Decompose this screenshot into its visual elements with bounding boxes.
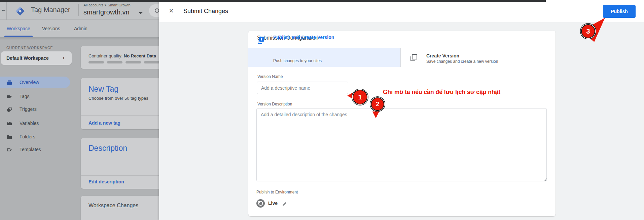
publish-environment-label: Publish to Environment xyxy=(256,190,298,194)
background-page: ← Tag Manager All accounts > Smart Growt… xyxy=(0,0,159,220)
workspace-changes-title: Workspace Changes xyxy=(88,203,138,209)
breadcrumb[interactable]: All accounts > Smart Growth xyxy=(83,3,131,7)
submission-configuration-card: Submission Configuration Publish and Cre… xyxy=(248,31,556,216)
environment-name: Live xyxy=(268,201,278,206)
app-title: Tag Manager xyxy=(31,6,70,14)
resize-grip-icon[interactable] xyxy=(543,177,547,181)
annotation-arrow-down xyxy=(372,112,379,118)
divider xyxy=(78,4,79,16)
version-name-label: Version Name xyxy=(257,74,283,79)
sidebar-item-variables[interactable]: Variables xyxy=(20,121,39,126)
variables-icon xyxy=(6,121,12,127)
quality-meter-segment xyxy=(88,61,104,63)
publish-upload-icon xyxy=(257,36,265,44)
tab-publish-and-create-version[interactable] xyxy=(248,48,401,67)
sidebar-item-tags[interactable]: Tags xyxy=(20,94,30,99)
tab-publish-subtitle: Push changes to your sites xyxy=(273,58,322,63)
tab-create-version[interactable] xyxy=(401,48,556,67)
tab-admin[interactable]: Admin xyxy=(74,26,87,31)
quality-meter-segment xyxy=(144,61,159,63)
tab-version-title: Create Version xyxy=(426,53,459,58)
version-description-label: Version Description xyxy=(257,102,292,106)
tab-publish-title: Publish and Create Version xyxy=(273,35,334,40)
add-new-tag-link[interactable]: Add a new tag xyxy=(88,120,120,126)
back-arrow-icon[interactable]: ← xyxy=(1,6,6,13)
edit-pencil-icon[interactable] xyxy=(282,201,287,207)
edit-description-link[interactable]: Edit description xyxy=(88,179,124,184)
folders-icon xyxy=(6,134,12,140)
templates-icon xyxy=(6,147,12,153)
container-quality-text: Container quality: No Recent Data xyxy=(88,53,156,58)
window-top-edge xyxy=(0,0,546,2)
tab-version-subtitle: Save changes and create a new version xyxy=(426,59,498,64)
quality-meter-segment xyxy=(107,61,122,63)
copy-version-icon xyxy=(409,53,418,62)
version-description-textarea[interactable] xyxy=(256,108,547,181)
submit-changes-dialog: × Submit Changes Publish Submission Conf… xyxy=(159,0,644,220)
overview-icon xyxy=(6,80,12,86)
annotation-note: Ghi mô tả nếu cần để lưu lịch sử cập nhậ… xyxy=(383,89,500,96)
description-title: Description xyxy=(88,144,127,153)
screen: ← Tag Manager All accounts > Smart Growt… xyxy=(0,0,644,220)
annotation-step-3: 3 xyxy=(581,24,595,38)
sidebar-item-overview-label: Overview xyxy=(20,80,39,85)
live-environment-icon xyxy=(256,199,265,208)
annotation-step-2: 2 xyxy=(371,97,384,111)
divider xyxy=(81,115,159,116)
chevron-down-icon[interactable] xyxy=(139,12,143,14)
quality-meter-segment xyxy=(126,61,141,63)
tags-icon xyxy=(6,94,12,100)
current-workspace-label: CURRENT WORKSPACE xyxy=(6,46,53,50)
container-quality-value: No Recent Data xyxy=(124,53,156,58)
triggers-icon xyxy=(6,106,12,113)
sidebar-item-templates[interactable]: Templates xyxy=(20,147,41,152)
submission-type-tabs xyxy=(248,48,556,67)
dialog-title: Submit Changes xyxy=(183,8,228,15)
annotation-arrow-left xyxy=(347,93,353,99)
tag-manager-logo-icon xyxy=(15,6,25,16)
annotation-step-1: 1 xyxy=(353,90,367,104)
container-quality-label: Container quality: xyxy=(88,53,122,58)
tab-versions[interactable]: Versions xyxy=(42,26,60,31)
workspace-name: Default Workspace xyxy=(6,55,49,61)
tab-workspace[interactable]: Workspace xyxy=(7,26,30,31)
new-tag-subtitle: Choose from over 50 tag types xyxy=(88,96,148,101)
close-icon[interactable]: × xyxy=(168,6,175,15)
divider xyxy=(81,175,159,176)
divider xyxy=(6,0,7,20)
dialog-header xyxy=(159,0,644,22)
sidebar-item-triggers[interactable]: Triggers xyxy=(20,106,37,112)
chevron-right-icon[interactable]: › xyxy=(63,54,65,61)
search-icon xyxy=(155,8,159,13)
sidebar-item-folders[interactable]: Folders xyxy=(20,134,35,139)
version-name-input[interactable] xyxy=(257,82,348,94)
container-selector[interactable]: smartgrowth.vn xyxy=(83,8,130,16)
new-tag-title: New Tag xyxy=(88,85,118,94)
